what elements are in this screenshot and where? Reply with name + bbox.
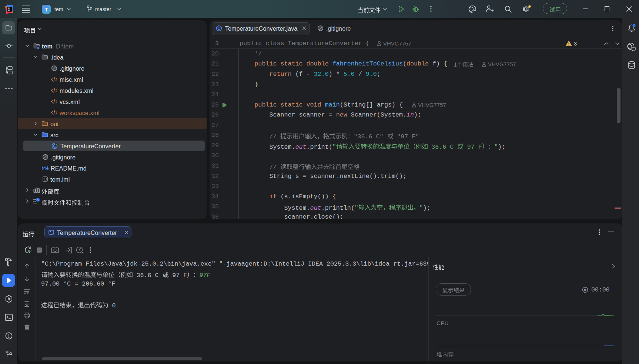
svg-text:T: T xyxy=(44,6,48,13)
svg-text:C: C xyxy=(217,26,221,31)
